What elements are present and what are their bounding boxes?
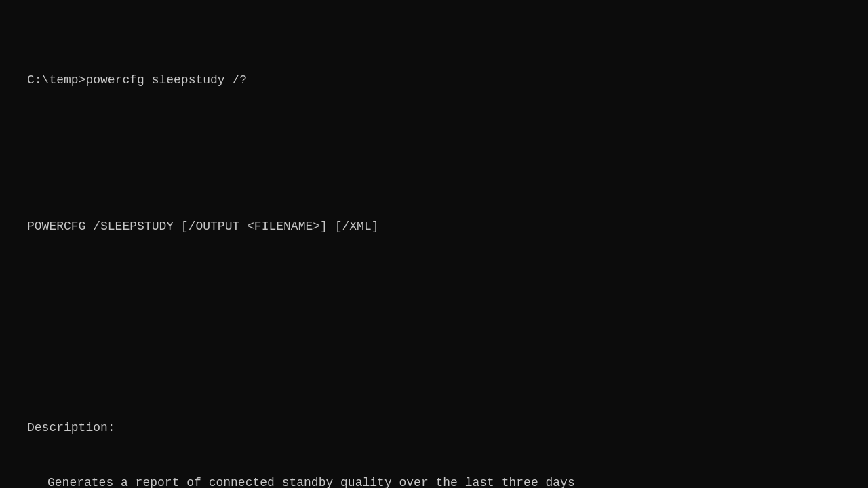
prompt-line: C:\temp>powercfg sleepstudy /?: [27, 71, 841, 89]
terminal-window: C:\temp>powercfg sleepstudy /? POWERCFG …: [27, 16, 841, 488]
description-label: Description:: [27, 419, 841, 437]
description-line-1: Generates a report of connected standby …: [27, 474, 841, 488]
syntax-line: POWERCFG /SLEEPSTUDY [/OUTPUT <FILENAME>…: [27, 218, 841, 236]
